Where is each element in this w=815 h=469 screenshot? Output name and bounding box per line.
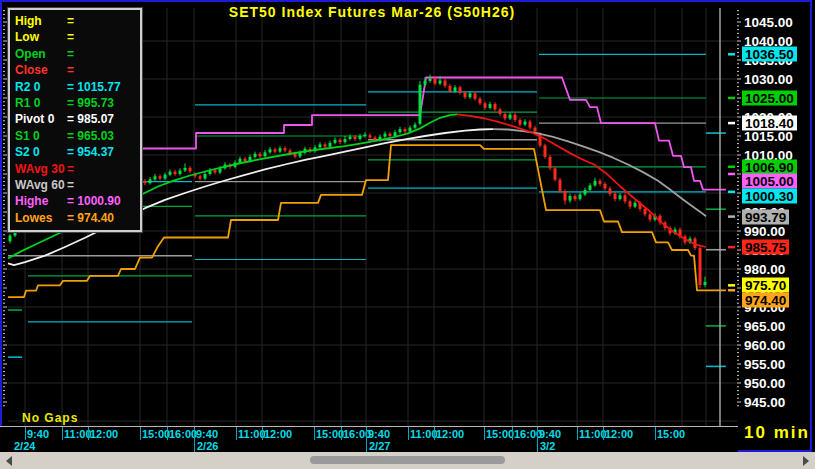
candle	[504, 114, 507, 119]
chart-title: SET50 Index Futures Mar-26 (S50H26)	[229, 4, 515, 20]
candle	[364, 134, 367, 136]
price-axis-label: 1015.00	[744, 129, 793, 144]
candle	[594, 181, 597, 186]
time-tick-label: 15:00	[657, 428, 685, 440]
time-tick-separator	[577, 427, 578, 440]
candle	[354, 137, 357, 139]
candle	[174, 172, 177, 174]
candle	[164, 175, 167, 179]
candle	[584, 190, 587, 195]
candle	[344, 139, 347, 142]
price-axis-label: 950.00	[744, 376, 785, 391]
candle	[189, 168, 192, 171]
price-badge: 1036.50	[742, 47, 797, 62]
chart-window: SET50 Index Futures Mar-26 (S50H26) High…	[0, 0, 815, 469]
scroll-right-button[interactable]	[800, 455, 811, 466]
candle	[319, 144, 322, 147]
scrollbar-thumb[interactable]	[310, 456, 505, 464]
candle	[574, 196, 577, 199]
candle	[374, 138, 377, 141]
candle	[619, 195, 622, 199]
candle	[509, 115, 512, 119]
candle	[274, 149, 277, 151]
time-tick-label: 15:00	[316, 428, 344, 440]
candle	[239, 159, 242, 163]
candle	[494, 104, 497, 109]
time-tick-separator	[62, 427, 63, 440]
candle	[329, 143, 332, 147]
candle	[634, 203, 637, 207]
scroll-left-button[interactable]	[3, 455, 14, 466]
candle	[569, 196, 572, 201]
candle	[339, 140, 342, 142]
time-tick-separator	[655, 427, 656, 440]
candle	[614, 194, 617, 199]
legend-row: R1 0= 995.73	[15, 95, 135, 111]
price-badge: 1025.00	[742, 91, 797, 106]
time-tick-separator	[341, 427, 342, 440]
candle	[9, 236, 12, 242]
time-tick-separator	[314, 427, 315, 440]
legend-row: Close=	[15, 62, 135, 78]
legend-row: Pivot 0= 985.07	[15, 111, 135, 127]
candle	[449, 86, 452, 91]
candle	[414, 125, 417, 128]
candle	[279, 148, 282, 151]
price-badge: 974.40	[742, 292, 789, 307]
horizontal-scrollbar[interactable]	[0, 452, 815, 469]
time-tick-label: 16:00	[169, 428, 197, 440]
time-tick-separator	[262, 427, 263, 440]
time-tick-separator	[194, 427, 195, 453]
price-badge: 1006.90	[742, 159, 797, 174]
candle	[179, 171, 182, 174]
time-tick-separator	[88, 427, 89, 440]
candle	[549, 157, 552, 168]
candle	[214, 170, 217, 172]
candle	[199, 176, 202, 178]
candle	[454, 87, 457, 91]
time-tick-label: 12:00	[605, 428, 633, 440]
candle	[264, 152, 267, 156]
legend-row: S1 0= 965.03	[15, 128, 135, 144]
time-tick-separator	[434, 427, 435, 440]
price-badge: 1005.00	[742, 174, 797, 189]
candle	[649, 214, 652, 219]
date-label: 3/2	[540, 440, 555, 452]
candle	[704, 282, 707, 285]
candle	[484, 103, 487, 108]
time-tick-separator	[236, 427, 237, 440]
time-tick-label: 15:00	[486, 428, 514, 440]
candle	[394, 132, 397, 136]
legend-row: WAvg 30=	[15, 161, 135, 177]
candle	[369, 135, 372, 137]
price-axis-label: 965.00	[744, 319, 785, 334]
time-tick-label: 12:00	[436, 428, 464, 440]
candle	[404, 129, 407, 131]
price-badge: 975.70	[742, 278, 789, 293]
time-tick-separator	[140, 427, 141, 440]
legend-row: WAvg 60=	[15, 177, 135, 193]
candle	[269, 149, 272, 152]
candle	[184, 168, 187, 171]
candle	[144, 181, 147, 183]
candle	[169, 172, 172, 175]
legend-row: Lowes= 974.40	[15, 210, 135, 226]
candle	[204, 174, 207, 179]
time-tick-separator	[603, 427, 604, 440]
candle	[424, 81, 427, 85]
candle	[469, 93, 472, 97]
indicator-legend-panel[interactable]: High= Low= Open= Close= R2 0= 1015.77R1 …	[8, 8, 142, 232]
candle	[389, 134, 392, 136]
candle	[464, 93, 467, 98]
date-label: 2/24	[14, 440, 35, 452]
candle	[349, 137, 352, 139]
price-axis-label: 955.00	[744, 357, 785, 372]
price-axis-label: 960.00	[744, 338, 785, 353]
candle	[359, 136, 362, 139]
arrow-right-icon	[803, 456, 809, 466]
candle	[284, 148, 287, 150]
time-tick-separator	[366, 427, 367, 453]
candle	[499, 109, 502, 114]
candle	[624, 195, 627, 201]
legend-row: Highe= 1000.90	[15, 193, 135, 209]
